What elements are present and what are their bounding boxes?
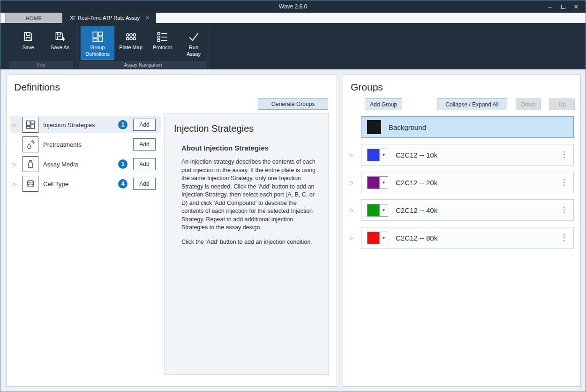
group-color-swatch (368, 204, 379, 216)
group-row-background[interactable]: Background (361, 116, 574, 138)
ribbon-group-file: Save Save As File (9, 23, 74, 69)
definitions-panel: Definitions Generate Groups ▷ Injection … (6, 75, 337, 387)
cell-type-icon (23, 176, 38, 192)
expander-icon[interactable]: ▷ (13, 162, 16, 167)
definition-row-assay-media[interactable]: ▷ Assay Media 1 Add (10, 156, 161, 173)
kebab-menu-icon[interactable] (562, 205, 567, 216)
run-assay-label: Run Assay (181, 45, 206, 58)
kebab-menu-icon[interactable] (562, 177, 567, 188)
move-up-button[interactable]: Up (549, 98, 575, 110)
color-picker-dropdown[interactable]: ▾ (367, 204, 388, 217)
protocol-label: Protocol (153, 45, 172, 51)
detail-paragraph-2: Click the 'Add' button to add an injecti… (181, 238, 319, 247)
expander-icon[interactable]: ▷ (350, 208, 353, 213)
ribbon-file-group-label: File (9, 61, 73, 68)
save-label: Save (22, 45, 34, 51)
maximize-icon[interactable] (556, 0, 570, 13)
pretreatments-icon (23, 136, 38, 152)
save-icon (22, 29, 34, 45)
save-button[interactable]: Save (15, 26, 42, 57)
collapse-expand-all-button[interactable]: Collapse / Expand All (437, 98, 507, 110)
run-assay-icon (187, 29, 200, 45)
app-window: Wave 2.6.0 – ✕ HOME XF Real-Time ATP Rat… (0, 0, 586, 392)
save-as-label: Save As (51, 45, 69, 51)
window-title: Wave 2.6.0 (279, 3, 307, 10)
assay-media-icon (23, 156, 38, 172)
detail-paragraph-1: An injection strategy describes the cont… (181, 158, 319, 232)
group-label: C2C12 -- 10k (396, 151, 437, 159)
ribbon-group-assay-navigation: Group Definitions Plate Map (79, 23, 207, 69)
chevron-down-icon: ▾ (379, 177, 388, 188)
group-color-swatch (368, 177, 379, 188)
protocol-button[interactable]: Protocol (147, 26, 177, 57)
ribbon-nav-group-label: Assay Navigation (79, 61, 207, 68)
chevron-down-icon: ▾ (379, 149, 388, 161)
group-color-swatch (368, 149, 379, 161)
group-definitions-button[interactable]: Group Definitions (81, 26, 114, 60)
add-injection-strategy-button[interactable]: Add (133, 119, 156, 131)
add-cell-type-button[interactable]: Add (133, 178, 156, 190)
group-row[interactable]: ▾ C2C12 -- 10k (361, 144, 574, 166)
count-badge: 1 (118, 159, 128, 169)
close-icon[interactable]: ✕ (570, 0, 583, 13)
generate-groups-button[interactable]: Generate Groups (258, 98, 328, 110)
kebab-menu-icon[interactable] (562, 233, 567, 243)
group-label: C2C12 -- 20k (396, 179, 437, 187)
expander-icon[interactable]: ▷ (13, 122, 16, 128)
add-pretreatment-button[interactable]: Add (133, 138, 156, 151)
add-assay-media-button[interactable]: Add (133, 158, 156, 170)
color-picker-dropdown[interactable]: ▾ (367, 149, 388, 161)
plate-map-button[interactable]: Plate Map (117, 26, 144, 57)
detail-body: An injection strategy describes the cont… (181, 158, 319, 246)
tab-close-icon[interactable]: ✕ (145, 15, 150, 21)
expander-icon[interactable]: ▷ (350, 152, 353, 158)
injection-strategies-icon (23, 117, 38, 133)
expander-icon[interactable]: ▷ (350, 235, 353, 241)
save-as-button[interactable]: Save As (46, 26, 74, 57)
color-picker-dropdown[interactable]: ▾ (367, 176, 388, 189)
definition-label: Assay Media (43, 156, 78, 173)
definition-detail-pane: Injection Strategies About Injection Str… (164, 113, 329, 375)
definition-label: Cell Type (43, 175, 68, 192)
group-definitions-icon (91, 29, 104, 45)
kebab-menu-icon[interactable] (562, 150, 567, 160)
window-controls: – ✕ (543, 0, 583, 13)
minimize-icon[interactable]: – (543, 0, 556, 13)
move-down-button[interactable]: Down (516, 98, 541, 110)
definition-row-pretreatments[interactable]: Pretreatments Add (10, 136, 161, 153)
plate-map-label: Plate Map (119, 45, 143, 51)
ribbon-separator (210, 25, 210, 68)
color-picker-dropdown[interactable]: ▾ (367, 232, 388, 244)
ribbon-file-buttons: Save Save As (9, 23, 74, 61)
count-badge: 1 (118, 120, 128, 129)
titlebar: Wave 2.6.0 – ✕ (0, 0, 586, 13)
tab-strip: HOME XF Real-Time ATP Rate Assay ✕ (0, 13, 586, 23)
definition-row-cell-type[interactable]: ▷ Cell Type 4 Add (10, 175, 161, 192)
chevron-down-icon: ▾ (379, 204, 388, 216)
group-row[interactable]: ▾ C2C12 -- 80k (361, 227, 574, 249)
background-color-swatch (367, 120, 381, 134)
definition-row-injection-strategies[interactable]: ▷ Injection Strategies 1 Add (10, 116, 161, 133)
chevron-down-icon: ▾ (379, 232, 388, 244)
group-label: Background (389, 123, 426, 131)
group-definitions-label: Group Definitions (82, 45, 113, 58)
definitions-title: Definitions (14, 82, 60, 93)
ribbon-nav-buttons: Group Definitions Plate Map (79, 23, 207, 61)
definition-label: Pretreatments (43, 136, 82, 153)
plate-map-icon (125, 29, 137, 45)
run-assay-button[interactable]: Run Assay (180, 26, 207, 60)
group-row[interactable]: ▾ C2C12 -- 40k (361, 199, 574, 221)
expander-icon[interactable]: ▷ (350, 180, 353, 185)
group-row[interactable]: ▾ C2C12 -- 20k (361, 172, 574, 193)
expander-icon[interactable]: ▷ (13, 181, 16, 187)
tab-home[interactable]: HOME (5, 13, 62, 23)
tab-assay[interactable]: XF Real-Time ATP Rate Assay ✕ (62, 13, 156, 23)
detail-subtitle: About Injection Strategies (181, 144, 269, 152)
protocol-icon (156, 29, 169, 45)
ribbon-separator (76, 25, 76, 68)
add-group-button[interactable]: Add Group (365, 98, 402, 110)
group-label: C2C12 -- 80k (396, 234, 437, 242)
group-label: C2C12 -- 40k (396, 206, 437, 214)
ribbon: Save Save As File (0, 23, 586, 69)
count-badge: 4 (118, 179, 128, 188)
